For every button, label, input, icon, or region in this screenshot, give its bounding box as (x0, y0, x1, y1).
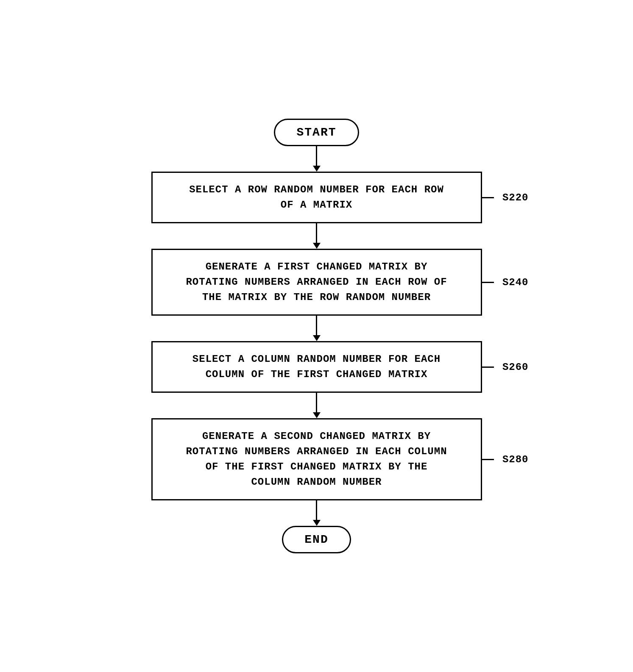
flowchart: START SELECT A ROW RANDOM NUMBER FOR EAC… (126, 119, 508, 553)
step-s220-wrapper: SELECT A ROW RANDOM NUMBER FOR EACH ROWO… (151, 172, 482, 223)
step-label-s260: S260 (482, 361, 528, 373)
arrow-head-5 (313, 520, 321, 526)
arrow-head-4 (313, 412, 321, 418)
step-s260-wrapper: SELECT A COLUMN RANDOM NUMBER FOR EACHCO… (151, 341, 482, 393)
step-label-s220: S220 (482, 192, 528, 203)
arrow-4 (313, 393, 321, 418)
step-label-s280: S280 (482, 454, 528, 465)
arrow-line-4 (316, 393, 317, 412)
process-s240: GENERATE A FIRST CHANGED MATRIX BYROTATI… (151, 249, 482, 316)
arrow-head-3 (313, 335, 321, 341)
end-terminal: END (282, 526, 351, 553)
arrow-3 (313, 316, 321, 341)
arrow-head-2 (313, 243, 321, 249)
arrow-head-1 (313, 166, 321, 172)
arrow-line-2 (316, 223, 317, 243)
end-label: END (304, 533, 328, 546)
step-label-s240: S240 (482, 277, 528, 288)
arrow-line-1 (316, 146, 317, 166)
process-s280: GENERATE A SECOND CHANGED MATRIX BYROTAT… (151, 418, 482, 500)
arrow-line-5 (316, 500, 317, 520)
start-label: START (296, 126, 336, 139)
arrow-1 (313, 146, 321, 172)
arrow-5 (313, 500, 321, 526)
page-container: START SELECT A ROW RANDOM NUMBER FOR EAC… (0, 0, 633, 672)
step-s240-wrapper: GENERATE A FIRST CHANGED MATRIX BYROTATI… (151, 249, 482, 316)
process-s260: SELECT A COLUMN RANDOM NUMBER FOR EACHCO… (151, 341, 482, 393)
arrow-line-3 (316, 316, 317, 335)
step-s280-wrapper: GENERATE A SECOND CHANGED MATRIX BYROTAT… (151, 418, 482, 500)
process-s220: SELECT A ROW RANDOM NUMBER FOR EACH ROWO… (151, 172, 482, 223)
arrow-2 (313, 223, 321, 249)
start-terminal: START (274, 119, 359, 146)
